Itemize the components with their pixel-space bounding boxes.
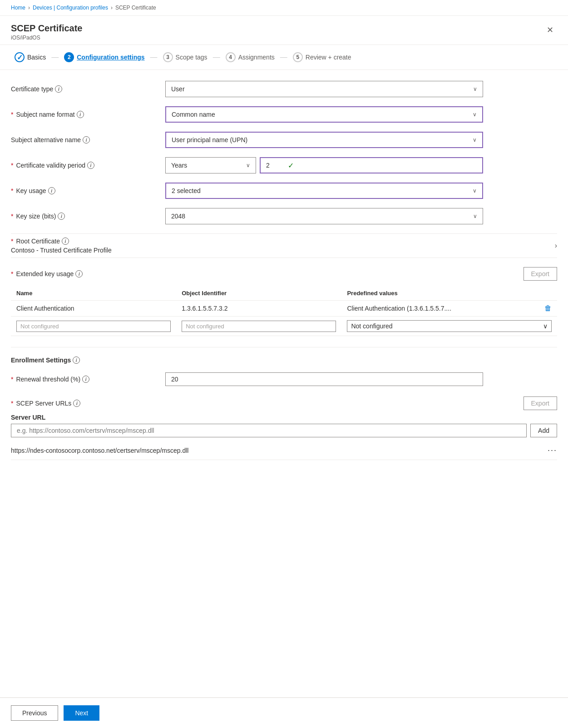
validity-unit-dropdown[interactable]: Years ∨ [165, 157, 256, 173]
step-sep-4: — [280, 53, 287, 61]
table-row: Client Authentication 1.3.6.1.5.5.7.3.2 … [11, 301, 557, 317]
key-usage-label: * Key usage i [11, 187, 165, 194]
url-entry-text: https://ndes-contosocorp.contoso.net/cer… [11, 447, 188, 454]
root-cert-row[interactable]: * Root Certificate i Contoso - Trusted C… [11, 233, 557, 258]
footer: Previous Next [0, 697, 568, 728]
subject-name-dropdown[interactable]: Common name ∨ [165, 106, 483, 123]
eku-export-button[interactable]: Export [524, 267, 557, 281]
subject-name-value: Common name [172, 111, 215, 118]
enrollment-info-icon[interactable]: i [73, 357, 80, 364]
cert-validity-label: * Certificate validity period i [11, 162, 165, 169]
key-usage-required: * [11, 187, 13, 194]
step-scope-indicator: 3 [163, 52, 173, 62]
step-basics[interactable]: ✓ Basics [11, 52, 49, 62]
step-configuration[interactable]: 2 Configuration settings [60, 52, 148, 62]
validity-number-input[interactable] [266, 162, 284, 169]
eku-col-name: Name [11, 286, 176, 301]
key-size-label: * Key size (bits) i [11, 213, 165, 220]
step-scope[interactable]: 3 Scope tags [159, 52, 211, 62]
scep-export-button[interactable]: Export [524, 396, 557, 410]
eku-section: * Extended key usage i Export Name Objec… [11, 267, 557, 336]
breadcrumb-sep-2: › [111, 5, 113, 11]
key-size-info-icon[interactable]: i [58, 213, 65, 220]
scep-info-icon[interactable]: i [73, 400, 80, 407]
server-url-label: Server URL [11, 414, 557, 421]
enrollment-section: Enrollment Settings i * Renewal threshol… [11, 357, 557, 460]
breadcrumb-devices[interactable]: Devices | Configuration profiles [33, 5, 108, 11]
key-usage-row: * Key usage i 2 selected ∨ [11, 183, 557, 199]
renewal-threshold-input[interactable] [165, 372, 483, 386]
eku-oid-input[interactable] [182, 321, 336, 332]
subject-alt-label: Subject alternative name i [11, 136, 165, 144]
delete-row-icon[interactable]: 🗑 [544, 304, 552, 312]
key-size-row: * Key size (bits) i 2048 ∨ [11, 208, 557, 224]
eku-info-icon[interactable]: i [75, 270, 83, 277]
cert-validity-required: * [11, 162, 13, 169]
eku-title: * Extended key usage i [11, 270, 83, 277]
check-icon: ✓ [17, 53, 23, 62]
step-sep-2: — [150, 53, 158, 61]
eku-header: * Extended key usage i Export [11, 267, 557, 281]
key-usage-info-icon[interactable]: i [48, 187, 55, 194]
server-url-input[interactable] [11, 424, 527, 437]
step-review-label: Review + create [306, 54, 351, 61]
previous-button[interactable]: Previous [11, 705, 58, 721]
root-cert-info-icon[interactable]: i [62, 238, 69, 245]
key-size-required: * [11, 213, 13, 220]
subject-name-arrow: ∨ [473, 111, 477, 118]
subject-alt-info-icon[interactable]: i [83, 136, 90, 144]
renewal-threshold-row: * Renewal threshold (%) i [11, 371, 557, 387]
validity-check-icon: ✓ [288, 161, 294, 170]
page-title: SCEP Certificate [11, 23, 82, 34]
url-entry-more-button[interactable]: ··· [548, 446, 557, 455]
predefined-text: Client Authentication (1.3.6.1.5.5.7.... [347, 305, 543, 312]
key-size-dropdown[interactable]: 2048 ∨ [165, 208, 483, 224]
step-review[interactable]: 5 Review + create [289, 52, 355, 62]
step-scope-label: Scope tags [176, 54, 207, 61]
subject-name-info-icon[interactable]: i [77, 111, 84, 118]
eku-input-row: Not configured ∨ [11, 317, 557, 336]
cert-type-info-icon[interactable]: i [55, 85, 62, 93]
cert-type-control: User ∨ [165, 81, 483, 97]
url-entry: https://ndes-contosocorp.contoso.net/cer… [11, 441, 557, 460]
eku-predefined-dropdown[interactable]: Not configured ∨ [347, 320, 552, 332]
key-size-control: 2048 ∨ [165, 208, 483, 224]
eku-input-name-cell [11, 317, 176, 336]
validity-unit-arrow: ∨ [246, 162, 250, 168]
eku-name-input[interactable] [16, 321, 171, 332]
scep-required: * [11, 400, 13, 407]
eku-predefined-arrow: ∨ [543, 322, 548, 330]
step-sep-3: — [213, 53, 220, 61]
step-assign-indicator: 4 [226, 52, 236, 62]
step-assign-label: Assignments [238, 54, 275, 61]
renewal-label: * Renewal threshold (%) i [11, 376, 165, 383]
cert-type-dropdown[interactable]: User ∨ [165, 81, 483, 97]
add-url-button[interactable]: Add [530, 424, 557, 437]
server-url-area: Server URL Add https://ndes-contosocorp.… [11, 414, 557, 460]
scep-urls-section: * SCEP Server URLs i Export Server URL A… [11, 396, 557, 460]
root-cert-chevron-icon[interactable]: › [555, 242, 557, 250]
enrollment-title: Enrollment Settings i [11, 357, 557, 364]
renewal-info-icon[interactable]: i [82, 376, 89, 383]
key-size-arrow: ∨ [473, 213, 477, 219]
cert-type-arrow: ∨ [473, 86, 477, 92]
validity-value-field: ✓ [260, 157, 483, 173]
cert-validity-control: Years ∨ ✓ [165, 157, 483, 173]
cert-validity-info-icon[interactable]: i [87, 162, 94, 169]
close-button[interactable]: ✕ [543, 23, 557, 37]
eku-row-oid: 1.3.6.1.5.5.7.3.2 [176, 301, 341, 317]
next-button[interactable]: Next [64, 705, 99, 721]
subject-name-label: * Subject name format i [11, 111, 165, 118]
eku-required: * [11, 270, 13, 277]
key-size-value: 2048 [171, 213, 185, 220]
eku-predefined-value: Not configured [351, 322, 392, 330]
step-assignments[interactable]: 4 Assignments [222, 52, 278, 62]
subject-name-row: * Subject name format i Common name ∨ [11, 106, 557, 123]
breadcrumb-home[interactable]: Home [11, 5, 25, 11]
key-usage-arrow: ∨ [473, 188, 477, 194]
key-usage-dropdown[interactable]: 2 selected ∨ [165, 183, 483, 199]
subject-alt-dropdown[interactable]: User principal name (UPN) ∨ [165, 132, 483, 148]
key-usage-value: 2 selected [172, 187, 201, 194]
root-cert-left: * Root Certificate i Contoso - Trusted C… [11, 238, 112, 254]
main-content: Certificate type i User ∨ * Subject name… [0, 70, 568, 697]
